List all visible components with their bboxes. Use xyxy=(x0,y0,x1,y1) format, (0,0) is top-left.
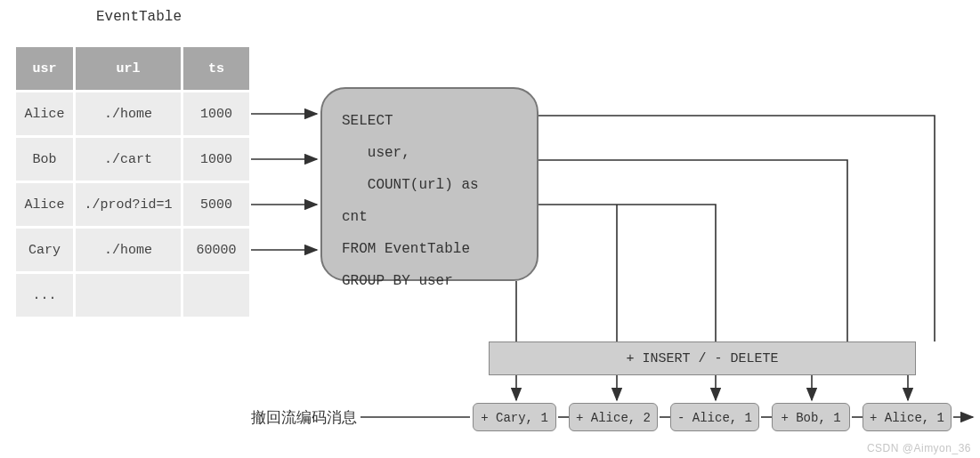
insert-delete-label: + INSERT / - DELETE xyxy=(489,341,916,375)
cell-url: ./home xyxy=(76,92,181,135)
table-row: Cary ./home 60000 xyxy=(16,229,249,271)
sql-line: COUNT(url) as xyxy=(342,177,479,193)
cell-usr: Alice xyxy=(16,92,73,135)
sql-line: user, xyxy=(342,145,410,161)
cell-usr: Bob xyxy=(16,138,73,181)
table-row: Alice ./prod?id=1 5000 xyxy=(16,183,249,226)
table-row: Alice ./home 1000 xyxy=(16,92,249,135)
watermark: CSDN @Aimyon_36 xyxy=(867,442,971,454)
cell-ts: 60000 xyxy=(183,229,249,271)
cell-url: ./cart xyxy=(76,138,181,181)
cell-url: ./home xyxy=(76,229,181,271)
header-url: url xyxy=(76,47,181,90)
table-row: Bob ./cart 1000 xyxy=(16,138,249,181)
table-title: EventTable xyxy=(96,9,182,25)
header-usr: usr xyxy=(16,47,73,90)
table-header-row: usr url ts xyxy=(16,47,249,90)
cell-url xyxy=(76,274,181,317)
result-pill: + Alice, 1 xyxy=(863,403,952,431)
cell-ts xyxy=(183,274,249,317)
result-pill: + Cary, 1 xyxy=(473,403,556,431)
event-table: usr url ts Alice ./home 1000 Bob ./cart … xyxy=(13,44,252,319)
header-ts: ts xyxy=(183,47,249,90)
cell-ts: 1000 xyxy=(183,92,249,135)
table-row: ... xyxy=(16,274,249,317)
cell-ts: 5000 xyxy=(183,183,249,226)
cell-ts: 1000 xyxy=(183,138,249,181)
cell-usr: ... xyxy=(16,274,73,317)
sql-line: FROM EventTable xyxy=(342,241,470,257)
result-pill: + Bob, 1 xyxy=(772,403,850,431)
cell-url: ./prod?id=1 xyxy=(76,183,181,226)
retract-stream-label: 撤回流编码消息 xyxy=(251,407,357,428)
sql-line: cnt xyxy=(342,209,368,225)
result-pill: - Alice, 1 xyxy=(670,403,759,431)
sql-line: GROUP BY user xyxy=(342,273,453,289)
cell-usr: Cary xyxy=(16,229,73,271)
cell-usr: Alice xyxy=(16,183,73,226)
sql-line: SELECT xyxy=(342,113,393,129)
result-pill: + Alice, 2 xyxy=(569,403,658,431)
sql-query-box: SELECT user, COUNT(url) as cnt FROM Even… xyxy=(320,87,539,281)
